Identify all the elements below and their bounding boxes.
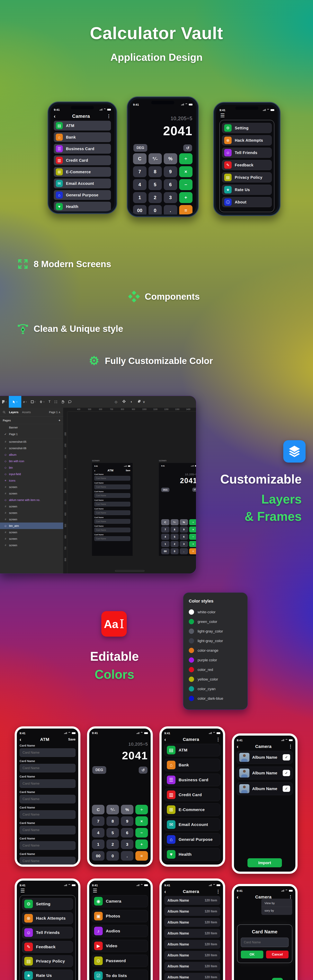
key-[interactable]: = [179,205,193,215]
checkbox-checked[interactable]: ✓ [283,754,290,760]
search-icon[interactable] [3,411,5,414]
key-0[interactable]: 0 [106,851,119,861]
list-item-hack-attempts[interactable]: ⊗Hack Attempts [22,912,73,924]
card-name-input[interactable] [94,519,130,524]
list-item-credit-card[interactable]: ▥Credit Card [164,789,220,801]
key-[interactable]: + [135,840,148,849]
back-icon[interactable]: ‹ [20,737,21,742]
tab-assets[interactable]: Assets [22,410,31,414]
add-page-button[interactable]: + [58,418,60,422]
list-item-e-commerce[interactable]: ⊞E-Commerce [54,167,111,177]
key-5[interactable]: 5 [149,179,162,190]
color-style-color-dark-blue[interactable]: color_dark-blue [189,694,242,703]
key-[interactable]: % [164,153,177,164]
key-[interactable]: × [135,816,148,826]
figma-page-banner[interactable]: Banner [0,424,63,431]
frame-atm-screen[interactable]: 9:41 ‹ ATM Save Card NameCard NameCard N… [92,463,133,556]
list-item-atm[interactable]: ▤ATM [164,744,220,756]
key-[interactable]: . [164,205,177,215]
card-name-input[interactable] [94,493,130,498]
tab-layers[interactable]: Layers [9,410,18,414]
back-icon[interactable]: ‹ [237,744,239,749]
key-[interactable]: ÷ [135,805,148,815]
figma-layer-screen[interactable]: #screen [0,516,63,523]
key-2[interactable]: 2 [149,192,162,203]
figma-layer-ablum-name-with-item-no[interactable]: ◇ablum name with item no. [0,497,63,503]
list-item-password[interactable]: ⊙Password [92,955,148,967]
card-name-input[interactable] [20,857,76,865]
hand-tool[interactable] [59,396,66,408]
key-00[interactable]: 00 [161,548,169,554]
frame-tool[interactable]: #∨ [21,396,29,408]
list-item-health[interactable]: ♥Health [164,848,220,861]
key-[interactable]: + [179,192,193,203]
album-list-row[interactable]: Album Name120 Item [164,907,220,916]
history-button[interactable]: ↺ [139,767,147,773]
album-row[interactable]: Album Name✓ [237,782,292,795]
album-list-row[interactable]: Album Name120 Item [164,896,220,905]
save-button[interactable]: Save [126,469,130,472]
list-item-to-do-lists[interactable]: ☑To do lists [92,970,148,980]
album-list-row[interactable]: Album Name120 Item [164,962,220,971]
album-list-row[interactable]: Album Name120 Item [164,973,220,980]
figma-layer-screenshot-05[interactable]: #screenshot-05 [0,439,63,445]
list-item-setting[interactable]: ⚙Setting [22,898,73,910]
card-name-input[interactable] [94,485,130,489]
key-00[interactable]: 00 [92,851,104,861]
album-list-row[interactable]: Album Name120 Item [164,918,220,927]
key-4[interactable]: 4 [92,828,104,837]
back-icon[interactable]: ‹ [94,469,95,472]
list-item-health[interactable]: ♥Health [54,202,111,211]
color-style-white-color[interactable]: white-color [189,607,242,617]
key-8[interactable]: 8 [171,527,179,533]
text-tool[interactable]: T [47,396,52,408]
ok-button[interactable]: OK [241,951,263,958]
figma-layer-screen[interactable]: #screen [0,542,63,549]
list-item-atm[interactable]: ▤ATM [54,121,111,130]
key-6[interactable]: 6 [180,534,188,540]
key-[interactable]: ⁺∕₋ [149,153,162,164]
key-[interactable]: − [189,534,196,540]
deg-button[interactable]: DEG [92,766,106,774]
list-item-e-commerce[interactable]: ⊞E-Commerce [164,803,220,816]
key-[interactable]: % [121,805,133,815]
key-9[interactable]: 9 [121,816,133,826]
list-item-video[interactable]: ▶Video [92,940,148,952]
list-item-rate-us[interactable]: ★Rate Us [222,185,272,195]
save-button[interactable]: Save [68,738,76,741]
color-style-color-orange[interactable]: color-orange [189,646,242,655]
list-item-general-purpose[interactable]: ⌂General Purpose [164,833,220,846]
menu-item-sort-by[interactable]: sory by [261,907,292,914]
color-style-purple-color[interactable]: purple color [189,655,242,665]
key-[interactable]: . [121,851,133,861]
component-icon[interactable]: ◇ [115,400,117,404]
card-name-input[interactable] [94,536,130,541]
figma-layer-screen[interactable]: #screen [0,529,63,536]
resources-tool[interactable] [52,396,59,408]
list-item-general-purpose[interactable]: ⌂General Purpose [54,190,111,200]
frame-label[interactable]: screen [159,459,166,462]
move-tool[interactable]: ∨ [9,396,21,408]
key-6[interactable]: 6 [121,828,133,837]
key-7[interactable]: 7 [92,816,104,826]
clipboard-button[interactable]: ▯ [272,978,283,980]
color-style-yellow-color[interactable]: yellow_color [189,675,242,684]
menu-item-view-by[interactable]: View by [261,899,292,907]
hamburger-icon[interactable]: ☰ [220,113,274,118]
kebab-menu-icon[interactable]: ⋮ [288,744,292,749]
figma-layer-input-field[interactable]: ◇input-field [0,471,63,477]
list-item-hack-attempts[interactable]: ⊗Hack Attempts [222,135,272,145]
key-[interactable]: = [189,548,196,554]
list-item-credit-card[interactable]: ▥Credit Card [54,156,111,165]
variants-icon[interactable] [122,400,126,404]
hamburger-icon[interactable]: ☰ [93,888,148,893]
key-[interactable]: . [180,548,188,554]
card-name-input[interactable] [94,502,130,506]
key-[interactable]: − [135,828,148,837]
key-[interactable]: ÷ [179,153,193,164]
figma-page-page-1[interactable]: ✓Page 1 [0,431,63,438]
figma-layer-btn-with-icon[interactable]: ◇btn with icon [0,458,63,465]
figma-layer-screenshot-06[interactable]: #screenshot-06 [0,445,63,452]
list-item-privacy-policy[interactable]: ▤Privacy Policy [222,172,272,183]
color-style-color-red[interactable]: color_red [189,665,242,675]
